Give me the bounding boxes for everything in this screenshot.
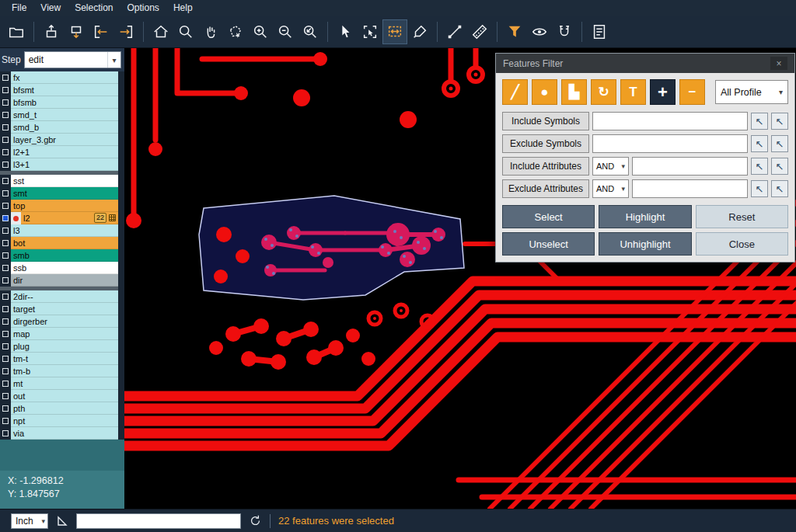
- layer-label[interactable]: fx: [11, 71, 118, 84]
- step-select[interactable]: edit ▾: [24, 51, 121, 68]
- pick-add-from-graphics-icon[interactable]: ↖: [771, 113, 788, 130]
- import-left-icon[interactable]: [89, 20, 113, 43]
- layer-checkbox[interactable]: [0, 224, 11, 237]
- dialog-title-bar[interactable]: Features Filter ×: [496, 54, 794, 73]
- chevron-down-icon[interactable]: ▾: [621, 162, 625, 170]
- export-up-icon[interactable]: [40, 20, 63, 43]
- layer-label[interactable]: bfsmt: [11, 84, 118, 96]
- zoom-area-icon[interactable]: [174, 20, 197, 43]
- exclude-attributes-button[interactable]: Exclude Attributes: [502, 179, 589, 198]
- export-right-icon[interactable]: [114, 20, 138, 43]
- layer-checkbox[interactable]: [0, 96, 11, 109]
- layer-checkbox[interactable]: [0, 84, 11, 96]
- layer-checkbox[interactable]: [0, 71, 11, 84]
- include-attributes-input[interactable]: [632, 157, 748, 176]
- layer-label[interactable]: bot: [11, 237, 118, 249]
- reset-button[interactable]: Reset: [696, 205, 788, 228]
- layer-checkbox[interactable]: [0, 146, 11, 158]
- layer-label[interactable]: tm-b: [11, 365, 118, 377]
- layer-checkbox[interactable]: [0, 328, 11, 340]
- menu-selection[interactable]: Selection: [68, 0, 120, 16]
- layer-label[interactable]: dirgerber: [11, 315, 118, 328]
- layer-checkbox[interactable]: [0, 415, 11, 427]
- select-button[interactable]: Select: [502, 205, 595, 228]
- unhighlight-button[interactable]: Unhighlight: [599, 232, 691, 256]
- layer-label[interactable]: l2+1: [11, 146, 118, 158]
- layer-label[interactable]: 2dir--: [11, 290, 118, 303]
- layer-checkbox[interactable]: [0, 109, 11, 121]
- pointer-icon[interactable]: [333, 20, 357, 43]
- layer-checkbox[interactable]: [0, 121, 11, 134]
- lasso-select-icon[interactable]: [224, 20, 247, 43]
- unit-select[interactable]: Inch ▾: [11, 513, 48, 529]
- layer-label[interactable]: l2 22: [21, 212, 118, 224]
- close-icon[interactable]: ×: [770, 57, 787, 70]
- exclude-attributes-operator[interactable]: AND▾: [592, 179, 629, 198]
- layer-label[interactable]: bfsmb: [11, 96, 118, 109]
- highlight-button[interactable]: Highlight: [599, 205, 691, 228]
- layer-checkbox[interactable]: [0, 427, 11, 440]
- exclude-symbols-button[interactable]: Exclude Symbols: [502, 134, 589, 153]
- layer-checkbox[interactable]: [0, 365, 11, 377]
- zoom-reset-icon[interactable]: [298, 20, 322, 43]
- paint-icon[interactable]: [408, 20, 431, 43]
- home-icon[interactable]: [149, 20, 173, 43]
- include-attributes-button[interactable]: Include Attributes: [502, 157, 589, 176]
- layer-label[interactable]: out: [11, 390, 118, 402]
- line-type-button[interactable]: ╱: [502, 79, 528, 105]
- pick-from-graphics-icon[interactable]: ↖: [751, 158, 768, 175]
- layer-checkbox[interactable]: [0, 200, 11, 212]
- layer-label[interactable]: target: [11, 303, 118, 315]
- pan-hand-icon[interactable]: [199, 20, 222, 43]
- arc-type-button[interactable]: ↻: [591, 79, 616, 105]
- text-type-button[interactable]: T: [620, 79, 646, 105]
- layer-label[interactable]: smb: [11, 249, 118, 262]
- layer-checkbox[interactable]: [0, 315, 11, 328]
- command-input[interactable]: [76, 513, 241, 529]
- visibility-eye-icon[interactable]: [528, 20, 551, 43]
- layer-label[interactable]: mt: [11, 377, 118, 390]
- layer-checkbox[interactable]: [0, 187, 11, 200]
- chevron-down-icon[interactable]: ▾: [107, 52, 120, 68]
- layer-label[interactable]: plug: [11, 340, 118, 353]
- layer-label[interactable]: pth: [11, 402, 118, 415]
- zoom-out-icon[interactable]: [274, 20, 297, 43]
- layer-label[interactable]: sst: [11, 175, 118, 187]
- ruler-icon[interactable]: [468, 20, 491, 43]
- transform-selection-icon[interactable]: [383, 20, 407, 43]
- include-symbols-input[interactable]: [592, 112, 748, 130]
- layer-label[interactable]: map: [11, 328, 118, 340]
- layer-checkbox[interactable]: [0, 134, 11, 146]
- angle-snap-icon[interactable]: [56, 515, 68, 527]
- add-mode-button[interactable]: +: [650, 79, 676, 105]
- include-symbols-button[interactable]: Include Symbols: [502, 112, 589, 130]
- layer-checkbox[interactable]: [0, 175, 11, 187]
- measure-line-icon[interactable]: [443, 20, 466, 43]
- layer-checkbox[interactable]: [0, 377, 11, 390]
- features-filter-icon[interactable]: [503, 20, 526, 43]
- menu-view[interactable]: View: [33, 0, 68, 16]
- chevron-down-icon[interactable]: ▾: [41, 517, 47, 525]
- layer-checkbox[interactable]: [0, 353, 11, 365]
- remove-mode-button[interactable]: −: [679, 79, 705, 105]
- import-down-icon[interactable]: [65, 20, 88, 43]
- area-select-icon[interactable]: [358, 20, 382, 43]
- layer-label[interactable]: via: [11, 427, 118, 440]
- layer-checkbox[interactable]: [0, 249, 11, 262]
- layer-checkbox[interactable]: [0, 262, 11, 274]
- menu-file[interactable]: File: [5, 0, 33, 16]
- layer-label[interactable]: tm-t: [11, 353, 118, 365]
- layer-label[interactable]: l3: [11, 224, 118, 237]
- layer-checkbox[interactable]: [0, 290, 11, 303]
- zoom-in-icon[interactable]: [249, 20, 272, 43]
- pick-from-graphics-icon[interactable]: ↖: [751, 113, 768, 130]
- exclude-symbols-input[interactable]: [592, 134, 748, 153]
- layer-checkbox[interactable]: [0, 237, 11, 249]
- pcb-canvas[interactable]: Features Filter × ╱ ● ▙ ↻ T + − All Prof…: [124, 48, 796, 509]
- surface-type-button[interactable]: ▙: [561, 79, 587, 105]
- layer-label[interactable]: smd_t: [11, 109, 118, 121]
- pad-type-button[interactable]: ●: [532, 79, 557, 105]
- profile-select[interactable]: All Profile ▾: [715, 80, 788, 104]
- layer-label[interactable]: layer_3.gbr: [11, 134, 118, 146]
- refresh-icon[interactable]: [249, 514, 262, 527]
